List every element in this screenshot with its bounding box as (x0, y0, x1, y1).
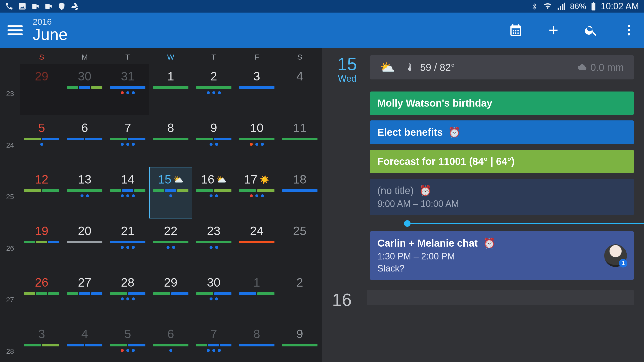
event-dots (207, 349, 221, 352)
title-block[interactable]: 2016 June (33, 17, 68, 43)
event-bars (67, 138, 102, 140)
day-number: 27 (78, 276, 91, 289)
day-cell[interactable]: 14 (106, 167, 149, 218)
day-cell[interactable]: 28 (106, 270, 149, 322)
svg-rect-2 (591, 3, 595, 11)
day-cell[interactable]: 4 (278, 64, 321, 115)
event-bars (196, 344, 231, 346)
day-cell[interactable]: 2 (192, 64, 235, 115)
day-cell[interactable]: 7 (192, 322, 235, 362)
day-cell[interactable]: 3 (235, 64, 278, 115)
day-cell[interactable]: 21 (106, 218, 149, 270)
weather-card[interactable]: ⛅ 🌡 59 / 82° 0.0 mm (370, 55, 634, 79)
day-cell[interactable]: 9 (192, 115, 235, 167)
event-card[interactable]: Elect benefits ⏰ (370, 120, 634, 144)
day-cell[interactable]: 29 (149, 270, 192, 322)
day-cell[interactable]: 22 (149, 218, 192, 270)
day-cell[interactable]: 24 (235, 218, 278, 270)
event-bars (239, 241, 274, 243)
event-card[interactable]: Carlin + Melanie chat ⏰1:30 PM – 2:00 PM… (370, 231, 634, 280)
day-cell[interactable]: 4 (63, 322, 106, 362)
attendee-avatar[interactable]: 1 (604, 244, 627, 267)
day-cell[interactable]: 16⛅ (192, 167, 235, 218)
day-cell[interactable]: 7 (106, 115, 149, 167)
thermometer-icon: 🌡 (405, 62, 415, 73)
app-actions (508, 23, 636, 38)
dow-label: T (192, 48, 235, 64)
day-cell[interactable]: 3 (20, 322, 63, 362)
day-cell[interactable]: 17☀️ (235, 167, 278, 218)
outlook-icon-2 (44, 2, 53, 11)
event-bars (24, 344, 59, 346)
svg-point-6 (517, 30, 519, 32)
today-button[interactable] (508, 23, 523, 38)
day-cell[interactable]: 15⛅ (149, 167, 192, 218)
day-cell[interactable]: 1 (149, 64, 192, 115)
event-bars (282, 344, 317, 346)
agenda-panel[interactable]: 15 Wed ⛅ 🌡 59 / 82° 0.0 mm Molly Watson'… (322, 48, 644, 362)
event-dots (40, 143, 43, 146)
day-number: 12 (35, 172, 48, 186)
event-bars (153, 344, 188, 346)
day-cell[interactable]: 30 (63, 64, 106, 115)
day-cell[interactable]: 9 (278, 322, 321, 362)
day-cell[interactable]: 19 (20, 218, 63, 270)
event-bars (282, 189, 317, 192)
day-cell[interactable]: 20 (63, 218, 106, 270)
week-number: 28 (0, 322, 20, 362)
day-cell[interactable]: 6 (63, 115, 106, 167)
day-cell[interactable]: 30 (192, 270, 235, 322)
menu-button[interactable] (8, 23, 23, 38)
day-cell[interactable]: 5 (106, 322, 149, 362)
day-cell[interactable]: 5 (20, 115, 63, 167)
event-card[interactable]: (no title) ⏰9:00 AM – 10:00 AM (370, 179, 634, 215)
event-bars (239, 138, 274, 140)
day-number: 28 (121, 276, 134, 289)
signal-icon (557, 2, 566, 11)
day-number: 18 (293, 172, 306, 186)
weeks-container: 232930311234245678910112512131415⛅16⛅17☀… (0, 64, 322, 362)
svg-point-9 (517, 32, 519, 34)
svg-point-4 (513, 30, 514, 32)
gallery-icon (18, 2, 27, 11)
event-bars (110, 292, 145, 295)
search-button[interactable] (584, 23, 599, 38)
day-cell[interactable]: 13 (63, 167, 106, 218)
next-day-number: 16 (332, 290, 352, 310)
day-cell[interactable]: 26 (20, 270, 63, 322)
day-cell[interactable]: 25 (278, 218, 321, 270)
event-bars (67, 344, 102, 346)
outlook-icon (31, 2, 40, 11)
event-bars (196, 292, 231, 295)
day-cell[interactable]: 8 (149, 115, 192, 167)
day-cell[interactable]: 29 (20, 64, 63, 115)
day-number: 31 (121, 69, 134, 83)
day-cell[interactable]: 12 (20, 167, 63, 218)
add-button[interactable] (546, 23, 561, 38)
day-cell[interactable]: 2 (278, 270, 321, 322)
day-number: 23 (207, 224, 220, 238)
day-cell[interactable]: 27 (63, 270, 106, 322)
event-card[interactable]: Forecast for 11001 (84° | 64°) (370, 150, 634, 173)
event-dots (207, 91, 221, 94)
day-number: 2 (210, 69, 217, 83)
day-number: 11 (293, 121, 306, 135)
overflow-button[interactable] (621, 23, 636, 38)
week-number: 27 (0, 270, 20, 322)
day-cell[interactable]: 23 (192, 218, 235, 270)
svg-point-11 (628, 29, 630, 31)
day-cell[interactable]: 10 (235, 115, 278, 167)
day-cell[interactable]: 18 (278, 167, 321, 218)
day-number: 15⛅ (158, 172, 183, 186)
dow-label: F (235, 48, 278, 64)
day-cell[interactable]: 6 (149, 322, 192, 362)
selected-day-badge: 15 Wed (332, 55, 362, 84)
day-cell[interactable]: 8 (235, 322, 278, 362)
day-cell[interactable]: 11 (278, 115, 321, 167)
day-cell[interactable]: 1 (235, 270, 278, 322)
day-cell[interactable]: 31 (106, 64, 149, 115)
calendar-panel[interactable]: SMTWTFS 23293031123424567891011251213141… (0, 48, 322, 362)
main: SMTWTFS 23293031123424567891011251213141… (0, 48, 644, 362)
day-number: 25 (293, 224, 306, 238)
event-card[interactable]: Molly Watson's birthday (370, 92, 634, 115)
